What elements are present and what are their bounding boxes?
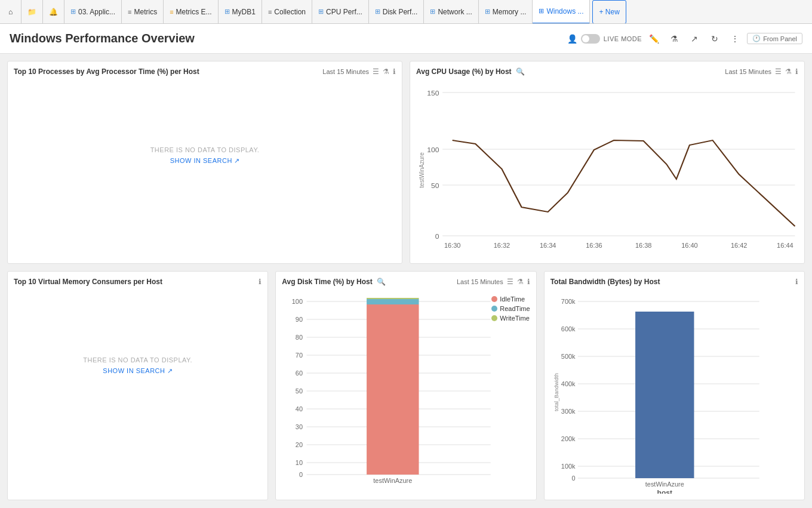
svg-text:0: 0 <box>299 472 303 478</box>
user-icon: 👤 <box>567 34 577 44</box>
top-processes-info-icon[interactable]: ℹ <box>393 67 396 76</box>
page-title: Windows Performance Overview <box>10 32 567 45</box>
refresh-button[interactable]: ↻ <box>706 30 723 47</box>
svg-text:10: 10 <box>296 460 303 466</box>
panel-top-processes-header: Top 10 Processes by Avg Processor Time (… <box>14 67 396 76</box>
tab-memory[interactable]: ⊞ Memory ... <box>479 0 533 24</box>
panel-avg-cpu: Avg CPU Usage (%) by Host 🔍 Last 15 Minu… <box>410 61 805 264</box>
avg-cpu-table-icon[interactable]: ☰ <box>775 67 782 76</box>
panel-total-bandwidth-title: Total Bandwidth (Bytes) by Host <box>550 278 660 286</box>
panel-virtual-memory-title: Top 10 Virtual Memory Consumers per Host <box>14 278 162 286</box>
svg-rect-40 <box>367 299 419 304</box>
virtual-memory-no-data: THERE IS NO DATA TO DISPLAY. SHOW IN SEA… <box>14 291 262 440</box>
top-processes-time: Last 15 Minutes <box>322 68 369 75</box>
tab-collection[interactable]: ≡ Collection <box>262 0 312 24</box>
panel-avg-cpu-controls: Last 15 Minutes ☰ ⚗ ℹ <box>725 67 798 76</box>
avg-cpu-time: Last 15 Minutes <box>725 68 771 75</box>
more-options-button[interactable]: ⋮ <box>727 30 743 47</box>
tab-alert[interactable]: 🔔 <box>43 0 64 24</box>
svg-rect-61 <box>635 312 694 478</box>
total-bandwidth-chart: 700k 600k 500k 400k 300k 200k 100k 0 tot… <box>550 291 798 494</box>
svg-text:16:44: 16:44 <box>777 242 793 249</box>
tab-metrics-e[interactable]: ≡ Metrics E... <box>164 0 218 24</box>
svg-text:total_Bandwidth: total_Bandwidth <box>552 373 559 411</box>
clock-icon: 🕐 <box>752 35 761 42</box>
avg-cpu-info-icon[interactable]: ℹ <box>795 67 798 76</box>
live-mode-switch[interactable] <box>581 34 600 44</box>
tab-mydb1[interactable]: ⊞ MyDB1 <box>219 0 262 24</box>
svg-text:16:32: 16:32 <box>494 242 510 249</box>
panel-avg-disk-title: Avg Disk Time (%) by Host 🔍 <box>282 278 386 286</box>
avg-cpu-filter-icon[interactable]: ⚗ <box>785 67 792 76</box>
top-processes-filter-icon[interactable]: ⚗ <box>383 67 389 76</box>
panel-top-processes-title: Top 10 Processes by Avg Processor Time (… <box>14 67 199 76</box>
svg-text:50: 50 <box>296 388 303 395</box>
svg-text:testWinAzure: testWinAzure <box>418 152 426 188</box>
panel-total-bandwidth-header: Total Bandwidth (Bytes) by Host ℹ <box>550 278 798 286</box>
tab-cpu-perf[interactable]: ⊞ CPU Perf... <box>312 0 369 24</box>
panel-virtual-memory-controls: ℹ <box>259 278 262 286</box>
avg-disk-info-icon[interactable]: ℹ <box>527 278 530 286</box>
row-1: Top 10 Processes by Avg Processor Time (… <box>7 61 805 264</box>
avg-cpu-zoom-icon[interactable]: 🔍 <box>516 67 525 76</box>
svg-text:200k: 200k <box>561 436 576 442</box>
panel-top-processes: Top 10 Processes by Avg Processor Time (… <box>7 61 402 264</box>
svg-text:40: 40 <box>296 406 303 412</box>
svg-text:16:34: 16:34 <box>540 242 556 249</box>
new-tab-button[interactable]: + New <box>592 0 626 24</box>
svg-text:80: 80 <box>296 334 303 341</box>
total-bandwidth-info-icon[interactable]: ℹ <box>795 278 798 286</box>
svg-text:700k: 700k <box>561 298 576 305</box>
from-panel-badge: 🕐 From Panel <box>747 33 802 44</box>
svg-text:500k: 500k <box>561 353 576 360</box>
avg-disk-table-icon[interactable]: ☰ <box>507 278 513 286</box>
tab-metrics[interactable]: ≡ Metrics <box>122 0 164 24</box>
avg-disk-filter-icon[interactable]: ⚗ <box>517 278 524 286</box>
panel-virtual-memory-header: Top 10 Virtual Memory Consumers per Host… <box>14 278 262 286</box>
edit-button[interactable]: ✏️ <box>645 30 662 47</box>
row-2: Top 10 Virtual Memory Consumers per Host… <box>7 271 805 500</box>
svg-text:600k: 600k <box>561 326 576 332</box>
tab-home[interactable]: ⌂ <box>0 0 21 24</box>
virtual-memory-show-search[interactable]: SHOW IN SEARCH ↗ <box>103 367 173 375</box>
svg-text:70: 70 <box>296 352 303 359</box>
svg-text:100k: 100k <box>561 463 576 470</box>
svg-rect-39 <box>367 304 419 475</box>
top-processes-no-data: THERE IS NO DATA TO DISPLAY. SHOW IN SEA… <box>14 81 396 230</box>
tab-windows[interactable]: ⊞ Windows ... <box>533 0 590 24</box>
svg-text:16:40: 16:40 <box>681 242 698 249</box>
svg-text:16:30: 16:30 <box>444 242 461 249</box>
svg-text:100: 100 <box>427 147 439 153</box>
svg-text:16:42: 16:42 <box>731 242 748 249</box>
svg-text:300k: 300k <box>561 408 576 415</box>
tab-disk-perf[interactable]: ⊞ Disk Perf... <box>369 0 425 24</box>
tab-folder[interactable]: 📁 <box>21 0 43 24</box>
virtual-memory-info-icon[interactable]: ℹ <box>259 278 262 286</box>
svg-text:100: 100 <box>292 298 303 305</box>
svg-text:testWinAzure: testWinAzure <box>374 478 413 484</box>
svg-text:testWinAzure: testWinAzure <box>645 481 684 488</box>
panel-avg-disk-header: Avg Disk Time (%) by Host 🔍 Last 15 Minu… <box>282 278 530 286</box>
svg-text:16:36: 16:36 <box>586 242 602 249</box>
top-processes-table-icon[interactable]: ☰ <box>373 67 379 76</box>
svg-text:20: 20 <box>296 442 303 448</box>
filter-button[interactable]: ⚗ <box>666 30 682 47</box>
panel-avg-disk: Avg Disk Time (%) by Host 🔍 Last 15 Minu… <box>275 271 536 500</box>
svg-text:50: 50 <box>431 183 439 189</box>
panel-avg-disk-controls: Last 15 Minutes ☰ ⚗ ℹ <box>457 278 530 286</box>
svg-text:0: 0 <box>435 233 439 240</box>
tab-application[interactable]: ⊞ 03. Applic... <box>64 0 122 24</box>
svg-text:90: 90 <box>296 316 303 323</box>
share-button[interactable]: ↗ <box>686 30 703 47</box>
top-processes-show-search[interactable]: SHOW IN SEARCH ↗ <box>170 157 240 165</box>
panel-virtual-memory: Top 10 Virtual Memory Consumers per Host… <box>7 271 268 500</box>
panel-avg-cpu-header: Avg CPU Usage (%) by Host 🔍 Last 15 Minu… <box>416 67 798 76</box>
avg-disk-zoom-icon[interactable]: 🔍 <box>377 278 386 286</box>
panel-avg-cpu-title: Avg CPU Usage (%) by Host 🔍 <box>416 67 525 76</box>
svg-text:16:38: 16:38 <box>635 242 652 249</box>
svg-text:host: host <box>657 489 672 494</box>
tab-network[interactable]: ⊞ Network ... <box>424 0 478 24</box>
panel-total-bandwidth: Total Bandwidth (Bytes) by Host ℹ 700k 6… <box>544 271 805 500</box>
main-content: Top 10 Processes by Avg Processor Time (… <box>0 54 812 508</box>
svg-text:0: 0 <box>571 475 575 482</box>
